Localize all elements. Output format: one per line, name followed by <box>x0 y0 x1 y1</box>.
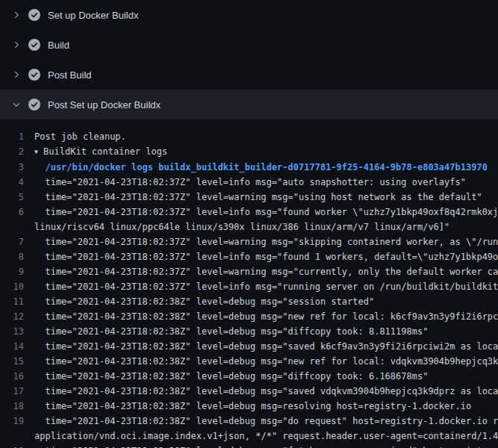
log-line: 7 time="2021-04-23T18:02:37Z" level=warn… <box>0 234 498 249</box>
log-line-text: time="2021-04-23T18:02:37Z" level=info m… <box>34 175 498 190</box>
log-line-text: time="2021-04-23T18:02:37Z" level=info m… <box>34 205 498 234</box>
log-line-number[interactable]: 5 <box>0 190 34 205</box>
log-line-text: time="2021-04-23T18:02:38Z" level=debug … <box>34 414 498 444</box>
log-line: 12 time="2021-04-23T18:02:38Z" level=deb… <box>0 309 498 324</box>
log-line: 20 time="2021-04-23T18:02:38Z" level=deb… <box>0 444 498 448</box>
check-circle-icon <box>28 69 40 81</box>
step-header-set-up-docker-buildx[interactable]: Set up Docker Buildx <box>0 0 498 30</box>
check-circle-icon <box>28 39 40 51</box>
log-line-number[interactable]: 16 <box>0 369 34 384</box>
log-line: 8 time="2021-04-23T18:02:37Z" level=info… <box>0 249 498 264</box>
log-line: 4 time="2021-04-23T18:02:37Z" level=info… <box>0 175 498 190</box>
log-line-number[interactable]: 15 <box>0 354 34 369</box>
log-line: 5 time="2021-04-23T18:02:37Z" level=warn… <box>0 190 498 205</box>
step-header-post-set-up-docker-buildx[interactable]: Post Set up Docker Buildx <box>0 90 498 119</box>
log-line-text: time="2021-04-23T18:02:37Z" level=warnin… <box>34 264 498 279</box>
chevron-right-icon <box>12 40 28 49</box>
log-line-number[interactable]: 11 <box>0 294 34 309</box>
log-line-number[interactable]: 7 <box>0 234 34 249</box>
log-line: 13 time="2021-04-23T18:02:38Z" level=deb… <box>0 324 498 339</box>
log-line-text: time="2021-04-23T18:02:38Z" level=debug … <box>34 444 498 448</box>
log-line-number[interactable]: 9 <box>0 264 34 279</box>
check-circle-icon <box>28 99 40 111</box>
log-line: 16 time="2021-04-23T18:02:38Z" level=deb… <box>0 369 498 384</box>
log-line: 6 time="2021-04-23T18:02:37Z" level=info… <box>0 205 498 234</box>
chevron-right-icon <box>12 10 28 19</box>
log-line-text: time="2021-04-23T18:02:38Z" level=debug … <box>34 354 498 369</box>
step-label: Post Set up Docker Buildx <box>48 99 161 111</box>
step-header-post-build[interactable]: Post Build <box>0 60 498 90</box>
log-line: 17 time="2021-04-23T18:02:38Z" level=deb… <box>0 384 498 399</box>
log-line: 14 time="2021-04-23T18:02:38Z" level=deb… <box>0 339 498 354</box>
step-label: Post Build <box>48 69 92 81</box>
log-line-text: time="2021-04-23T18:02:37Z" level=info m… <box>34 249 498 264</box>
log-line-number[interactable]: 18 <box>0 399 34 414</box>
log-line: 1 Post job cleanup. <box>0 129 498 144</box>
log-line-number[interactable]: 19 <box>0 414 34 429</box>
log-line-text: time="2021-04-23T18:02:38Z" level=debug … <box>34 294 498 309</box>
log-line-text: time="2021-04-23T18:02:38Z" level=debug … <box>34 399 498 414</box>
chevron-down-icon <box>12 100 28 109</box>
log-line-text: time="2021-04-23T18:02:38Z" level=debug … <box>34 339 498 354</box>
log-line-text: time="2021-04-23T18:02:37Z" level=warnin… <box>34 190 498 205</box>
log-line-text: /usr/bin/docker logs buildx_buildkit_bui… <box>34 160 498 175</box>
log-line-number[interactable]: 14 <box>0 339 34 354</box>
log-line-text: time="2021-04-23T18:02:38Z" level=debug … <box>34 384 498 399</box>
log-line: 9 time="2021-04-23T18:02:37Z" level=warn… <box>0 264 498 279</box>
step-label: Set up Docker Buildx <box>48 10 138 21</box>
log-line-number[interactable]: 10 <box>0 279 34 294</box>
log-line: 3 /usr/bin/docker logs buildx_buildkit_b… <box>0 160 498 175</box>
log-line: 18 time="2021-04-23T18:02:38Z" level=deb… <box>0 399 498 414</box>
log-line: 15 time="2021-04-23T18:02:38Z" level=deb… <box>0 354 498 369</box>
chevron-right-icon <box>12 70 28 79</box>
log-line-number[interactable]: 20 <box>0 444 34 448</box>
log-line: 2 ▼ BuildKit container logs <box>0 144 498 160</box>
log-line-number[interactable]: 8 <box>0 249 34 264</box>
log-line: 19 time="2021-04-23T18:02:38Z" level=deb… <box>0 414 498 444</box>
log-line-text: ▼ BuildKit container logs <box>34 144 498 160</box>
steps-list: Set up Docker Buildx Build P <box>0 0 498 119</box>
triangle-down-icon[interactable]: ▼ <box>34 145 38 160</box>
log-line-text: time="2021-04-23T18:02:37Z" level=warnin… <box>34 234 498 249</box>
log-line-number[interactable]: 1 <box>0 129 34 144</box>
log-line-text: time="2021-04-23T18:02:37Z" level=info m… <box>34 279 498 294</box>
log-line-number[interactable]: 6 <box>0 205 34 220</box>
log-line-number[interactable]: 2 <box>0 144 34 159</box>
log-viewer: 1 Post job cleanup. 2 ▼ BuildKit contain… <box>0 119 498 448</box>
log-line-text: time="2021-04-23T18:02:38Z" level=debug … <box>34 309 498 324</box>
log-line-number[interactable]: 4 <box>0 175 34 190</box>
log-line-number[interactable]: 12 <box>0 309 34 324</box>
log-line: 11 time="2021-04-23T18:02:38Z" level=deb… <box>0 294 498 309</box>
log-line-number[interactable]: 17 <box>0 384 34 399</box>
log-line-text: time="2021-04-23T18:02:38Z" level=debug … <box>34 324 498 339</box>
log-line-number[interactable]: 13 <box>0 324 34 339</box>
log-line: 10 time="2021-04-23T18:02:37Z" level=inf… <box>0 279 498 294</box>
step-label: Build <box>48 40 69 51</box>
log-line-text: Post job cleanup. <box>34 129 498 144</box>
log-line-text: time="2021-04-23T18:02:38Z" level=debug … <box>34 369 498 384</box>
log-line-number[interactable]: 3 <box>0 160 34 175</box>
step-header-build[interactable]: Build <box>0 30 498 60</box>
check-circle-icon <box>28 9 40 21</box>
